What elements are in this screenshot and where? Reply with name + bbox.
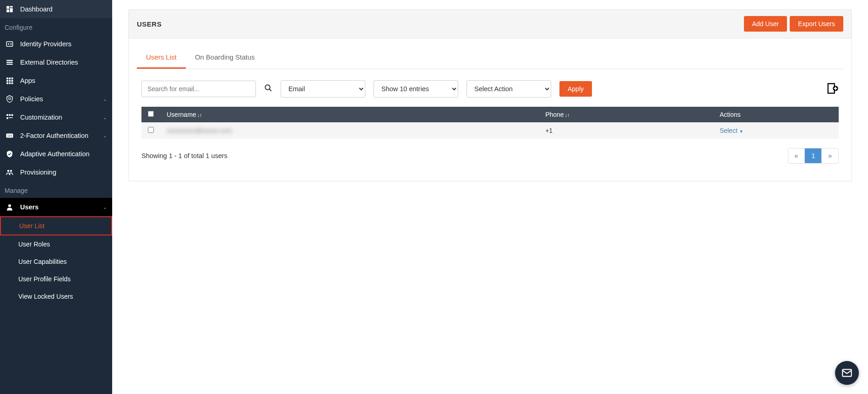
svg-rect-14: [6, 80, 8, 82]
svg-rect-15: [9, 80, 11, 82]
sidebar-subitem-user-capabilities[interactable]: User Capabilities: [0, 253, 112, 270]
nav-label: User List: [19, 222, 44, 230]
chat-fab[interactable]: [835, 361, 859, 385]
table-wrap: Username↓↑ Phone↓↑ Actions: [137, 107, 843, 139]
search-button[interactable]: [264, 84, 272, 94]
page-next[interactable]: »: [822, 148, 838, 163]
sidebar-subitem-user-roles[interactable]: User Roles: [0, 235, 112, 253]
action-select[interactable]: Select Action: [467, 80, 551, 98]
provisioning-icon: [5, 168, 14, 176]
nav-label: Provisioning: [20, 169, 107, 176]
nav-label: Identity Providers: [20, 40, 107, 48]
svg-rect-21: [6, 114, 8, 116]
sort-icon: ↓↑: [565, 112, 570, 118]
svg-point-5: [8, 44, 9, 45]
header-phone[interactable]: Phone↓↑: [539, 107, 713, 122]
mail-icon: [841, 367, 853, 379]
sidebar-item-identity-providers[interactable]: Identity Providers: [0, 35, 112, 53]
users-panel: USERS Add User Export Users Users List O…: [128, 9, 852, 181]
svg-rect-10: [6, 64, 13, 65]
sidebar-subitem-user-list[interactable]: User List: [0, 216, 112, 235]
svg-point-29: [10, 170, 12, 172]
svg-point-30: [8, 204, 11, 207]
table-row: xxxxxxxxx@xxxxx.com +1 Select▼: [141, 122, 839, 139]
nav-label: Policies: [20, 95, 97, 103]
svg-point-28: [7, 170, 10, 172]
nav-label: User Profile Fields: [18, 275, 71, 283]
svg-rect-4: [6, 42, 13, 47]
panel-body: Users List On Boarding Status Email Show…: [129, 38, 852, 181]
chevron-down-icon: ⌄: [103, 133, 107, 138]
nav-label: Adaptive Authentication: [20, 150, 107, 158]
sidebar-item-2fa[interactable]: 123 2-Factor Authentication ⌄: [0, 126, 112, 145]
nav-label: External Directories: [20, 59, 107, 66]
svg-rect-16: [11, 80, 13, 82]
add-user-button[interactable]: Add User: [744, 16, 787, 32]
page-prev[interactable]: «: [788, 148, 805, 163]
chevron-down-icon: ⌄: [103, 205, 107, 210]
username-cell: xxxxxxxxx@xxxxx.com: [167, 127, 232, 134]
table-footer: Showing 1 - 1 of total 1 users « 1 »: [137, 139, 843, 173]
svg-rect-23: [11, 114, 13, 116]
nav-label: User Roles: [18, 241, 50, 248]
row-action-select[interactable]: Select▼: [720, 127, 743, 134]
svg-rect-2: [10, 8, 13, 12]
email-filter-select[interactable]: Email: [281, 80, 365, 98]
shield-icon: [5, 95, 14, 103]
sidebar-item-customization[interactable]: Customization ⌄: [0, 108, 112, 126]
svg-rect-11: [6, 77, 8, 79]
add-column-button[interactable]: [826, 82, 839, 96]
tune-icon: [5, 113, 14, 121]
tab-onboarding-status[interactable]: On Boarding Status: [186, 47, 264, 69]
svg-rect-22: [9, 114, 11, 116]
nav-label: Apps: [20, 77, 107, 84]
header-username[interactable]: Username↓↑: [160, 107, 539, 122]
entries-select[interactable]: Show 10 entries: [374, 80, 458, 98]
sidebar-item-apps[interactable]: Apps: [0, 71, 112, 90]
export-users-button[interactable]: Export Users: [790, 16, 843, 32]
sidebar-item-provisioning[interactable]: Provisioning: [0, 163, 112, 181]
svg-point-31: [265, 85, 270, 90]
person-icon: [5, 203, 14, 211]
row-checkbox[interactable]: [148, 127, 154, 133]
select-all-checkbox[interactable]: [148, 111, 154, 117]
header-actions: Add User Export Users: [744, 16, 843, 32]
showing-text: Showing 1 - 1 of total 1 users: [141, 152, 228, 159]
nav-section-manage: Manage: [0, 181, 112, 198]
sidebar: Dashboard Configure Identity Providers E…: [0, 0, 112, 394]
page-1[interactable]: 1: [805, 148, 822, 163]
sidebar-subitem-user-profile-fields[interactable]: User Profile Fields: [0, 270, 112, 288]
nav-section-configure: Configure: [0, 18, 112, 35]
svg-rect-9: [6, 62, 13, 63]
svg-rect-3: [6, 10, 9, 12]
header-checkbox-cell: [141, 107, 160, 122]
tab-users-list[interactable]: Users List: [137, 47, 186, 69]
sidebar-subitem-view-locked-users[interactable]: View Locked Users: [0, 288, 112, 305]
nav-label: View Locked Users: [18, 293, 73, 300]
svg-rect-13: [11, 77, 13, 79]
tabs: Users List On Boarding Status: [137, 47, 843, 69]
svg-point-20: [9, 98, 11, 100]
search-icon: [264, 84, 272, 92]
sidebar-item-dashboard[interactable]: Dashboard: [0, 0, 112, 18]
search-input[interactable]: [141, 81, 256, 97]
nav-label: Customization: [20, 114, 97, 121]
svg-rect-25: [9, 117, 13, 118]
panel-title: USERS: [137, 20, 162, 28]
svg-rect-8: [6, 60, 13, 61]
chevron-down-icon: ⌄: [103, 115, 107, 120]
sidebar-item-adaptive-auth[interactable]: Adaptive Authentication: [0, 145, 112, 163]
main-content: USERS Add User Export Users Users List O…: [112, 0, 868, 394]
apply-button[interactable]: Apply: [559, 81, 592, 97]
sidebar-item-external-directories[interactable]: External Directories: [0, 53, 112, 71]
add-column-icon: [826, 82, 839, 95]
sidebar-item-policies[interactable]: Policies ⌄: [0, 90, 112, 108]
nav-label: Users: [20, 203, 97, 211]
pagination: « 1 »: [788, 148, 839, 164]
sidebar-item-users[interactable]: Users ⌄: [0, 198, 112, 216]
svg-rect-12: [9, 77, 11, 79]
svg-rect-17: [6, 82, 8, 84]
nav-label: User Capabilities: [18, 258, 67, 265]
badge-icon: [5, 40, 14, 48]
svg-rect-1: [10, 6, 13, 7]
